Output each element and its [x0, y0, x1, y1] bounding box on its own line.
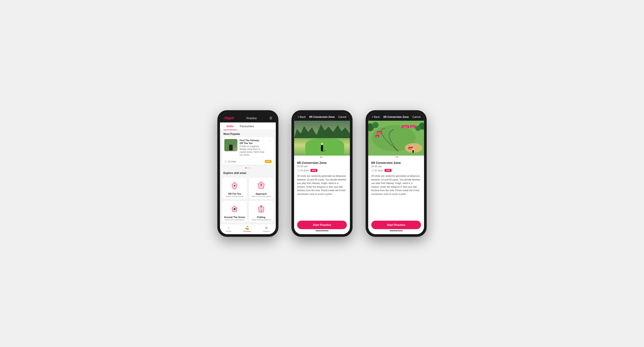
drill-subtitle: Off The Tee — [240, 142, 266, 145]
map-svg: Miss Hit FAIRWAY ROUGH SAND — [368, 121, 424, 156]
drill-tag: OTT — [265, 160, 272, 163]
most-popular-heading: Most Popular — [220, 130, 276, 137]
menu-icon[interactable]: ☰ — [270, 116, 272, 120]
clock-icon-2: 🕐 — [297, 169, 300, 172]
app-logo: clippd — [224, 116, 234, 120]
skill-putting-name: Putting — [250, 216, 272, 218]
ott-spider-chart — [229, 180, 240, 191]
nav-activities-label: Activities — [243, 230, 251, 232]
phone-1-header: clippd Practice ☰ — [220, 113, 276, 122]
nav-capture[interactable]: ⊕ Capture — [263, 226, 270, 232]
shots-meta-3: 🕐 20 shots — [371, 169, 383, 172]
back-button-3[interactable]: < Back — [372, 115, 380, 119]
phone-1-body: Most Popular Find The Fairway Off The Te… — [220, 130, 276, 224]
approach-spider-chart — [256, 180, 267, 191]
shots-meta: 🕐 20 shots — [297, 169, 309, 172]
back-button[interactable]: < Back — [298, 115, 306, 119]
skill-ott-name: Off The Tee — [224, 192, 245, 195]
tabs-bar: Drills Favourites — [220, 122, 276, 130]
photo-dots — [294, 156, 350, 158]
cancel-button-3[interactable]: Cancel — [412, 115, 420, 119]
skill-around-the-green[interactable]: Around The Green Hone your short game — [222, 201, 247, 223]
figure-head — [321, 143, 323, 145]
tab-favourites[interactable]: Favourites — [237, 122, 257, 130]
capture-icon: ⊕ — [265, 226, 268, 230]
drill-description: 20 shots are randomly generated at dista… — [297, 174, 347, 196]
home-icon: ⌂ — [228, 226, 230, 230]
favourite-star-icon[interactable]: ☆ — [268, 139, 272, 143]
drill-range: 10-50 yds — [297, 165, 347, 168]
phone-2-screen: < Back 6ft Conversion Zone Cancel — [294, 113, 350, 234]
phone-3-screen: < Back 6ft Conversion Zone Cancel — [368, 113, 424, 234]
svg-text:Hit: Hit — [376, 136, 378, 137]
dot-3 — [250, 167, 250, 168]
svg-point-45 — [372, 122, 378, 128]
approach-icon-area — [250, 180, 272, 192]
start-practice-button[interactable]: Start Practice — [297, 221, 347, 229]
header-title: Practice — [246, 117, 257, 120]
svg-point-39 — [261, 209, 262, 209]
drill-thumbnail — [224, 139, 238, 151]
shots-count-2: 20 shots — [300, 169, 309, 172]
drill-description: Create an imaginary fairway using trees … — [240, 145, 266, 156]
photo-dot-1 — [320, 156, 322, 158]
nav-activities[interactable]: ⛳ Activities — [243, 226, 251, 232]
home-indicator-3 — [390, 230, 403, 231]
putting-icon-area — [250, 203, 272, 215]
svg-point-28 — [236, 208, 236, 209]
drill-detail-name: 6ft Conversion Zone — [297, 161, 347, 165]
drill-info: Find The Fairway Off The Tee Create an i… — [240, 139, 266, 156]
map-dots — [368, 156, 424, 158]
carousel-dots — [220, 167, 276, 169]
golf-photo — [294, 121, 350, 156]
skill-approach-desc: Dial-in to hit the green — [250, 195, 272, 197]
drill-tag-arg: ARG — [310, 169, 318, 172]
scene: clippd Practice ☰ Drills Favourites Most… — [209, 102, 435, 245]
drill-meta: 🕐 20 shots ARG — [297, 169, 347, 172]
shots-count: 10 shots — [228, 160, 236, 163]
start-practice-button-3[interactable]: Start Practice — [371, 221, 421, 229]
tab-drills[interactable]: Drills — [224, 122, 237, 130]
svg-point-38 — [261, 206, 262, 208]
atg-icon-area — [224, 203, 245, 215]
phone-3-header-title: 6ft Conversion Zone — [384, 115, 409, 119]
drill-tag-arg-3: ARG — [384, 169, 392, 172]
nav-capture-label: Capture — [263, 230, 270, 232]
drill-footer: 🕐 10 shots OTT — [222, 158, 274, 165]
phone-3: < Back 6ft Conversion Zone Cancel — [366, 110, 427, 237]
skill-atg-name: Around The Green — [224, 216, 245, 218]
svg-point-17 — [260, 184, 262, 185]
putting-spider-chart — [256, 203, 267, 215]
phone-1: clippd Practice ☰ Drills Favourites Most… — [217, 110, 278, 237]
skill-putting[interactable]: Putting Make and lag practice — [249, 201, 274, 223]
drill-description-3: 20 shots are randomly generated at dista… — [371, 174, 421, 196]
home-indicator — [316, 230, 328, 231]
cancel-button[interactable]: Cancel — [338, 115, 346, 119]
skill-grid: Off The Tee Power and accuracy — [220, 176, 276, 224]
svg-point-18 — [261, 185, 262, 186]
featured-drill-card[interactable]: Find The Fairway Off The Tee Create an i… — [222, 137, 274, 165]
phone-2-header-title: 6ft Conversion Zone — [309, 115, 335, 119]
bottom-nav: ⌂ Home ⛳ Activities ⊕ Capture — [220, 224, 276, 234]
clock-icon: 🕐 — [224, 160, 227, 163]
drill-shots: 🕐 10 shots — [224, 160, 236, 163]
drill-detail-name-3: 6ft Conversion Zone — [371, 161, 421, 165]
clock-icon-3: 🕐 — [371, 169, 374, 172]
nav-home[interactable]: ⌂ Home — [226, 226, 231, 232]
explore-heading: Explore skill areas — [220, 169, 276, 176]
svg-text:ROUGH: ROUGH — [410, 126, 415, 128]
skill-ott-desc: Power and accuracy — [224, 195, 245, 197]
svg-rect-59 — [412, 150, 414, 153]
dot-1 — [246, 167, 246, 168]
phone-3-footer: Start Practice — [368, 218, 424, 234]
skill-approach[interactable]: Approach Dial-in to hit the green — [249, 178, 274, 199]
ott-icon-area — [224, 180, 245, 192]
svg-point-40 — [261, 210, 262, 211]
skill-off-the-tee[interactable]: Off The Tee Power and accuracy — [222, 178, 247, 199]
svg-point-8 — [234, 185, 235, 186]
figure-icon — [229, 145, 232, 150]
phone-1-screen: clippd Practice ☰ Drills Favourites Most… — [220, 113, 276, 234]
map-dot-1 — [394, 156, 396, 158]
phone-3-header: < Back 6ft Conversion Zone Cancel — [368, 113, 424, 121]
shots-count-3: 20 shots — [374, 169, 383, 172]
